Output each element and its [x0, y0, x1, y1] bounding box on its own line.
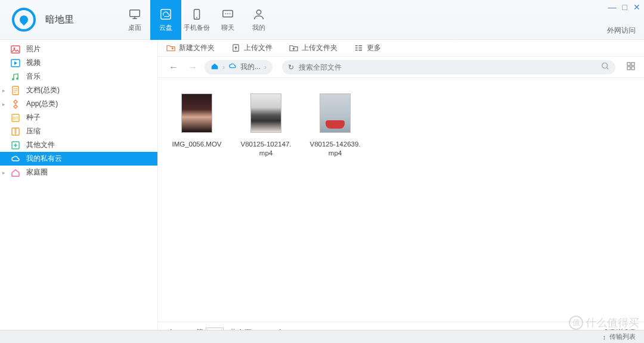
minimize-button[interactable]: — — [608, 2, 617, 12]
more-icon — [354, 43, 363, 52]
zip-icon — [11, 127, 20, 136]
transfer-icon: ↕ — [603, 333, 606, 341]
file-name: V80125-102147.mp4 — [240, 140, 292, 158]
svg-text:BT: BT — [13, 116, 18, 121]
upload-folder-button[interactable]: 上传文件夹 — [289, 43, 338, 53]
search-icon[interactable] — [601, 62, 609, 72]
sidebar-item-private-cloud[interactable]: 我的私有云 — [0, 152, 157, 166]
maximize-button[interactable]: □ — [623, 2, 627, 12]
expand-icon: ▸ — [2, 170, 5, 176]
sidebar-item-label: 视频 — [26, 58, 41, 68]
search-input[interactable] — [299, 63, 596, 71]
file-thumbnail — [181, 93, 212, 133]
expand-icon: ▸ — [2, 101, 5, 107]
sidebar-item-videos[interactable]: 视频 — [0, 56, 157, 70]
svg-point-3 — [196, 17, 197, 18]
close-button[interactable]: ✕ — [633, 2, 640, 12]
new-folder-icon — [166, 43, 175, 52]
sidebar-item-label: App(总类) — [26, 99, 58, 109]
sidebar-item-music[interactable]: 音乐 — [0, 70, 157, 83]
sidebar-item-label: 压缩 — [26, 126, 41, 136]
file-item[interactable]: IMG_0056.MOV — [171, 93, 222, 149]
breadcrumb-sep: › — [222, 63, 225, 71]
tab-cloud[interactable]: 云盘 — [150, 0, 181, 40]
sidebar-item-family[interactable]: ▸ 家庭圈 — [0, 166, 157, 179]
svg-rect-23 — [627, 67, 630, 70]
app-icon — [11, 99, 20, 109]
file-item[interactable]: V80125-102147.mp4 — [240, 93, 292, 158]
breadcrumb-sep: › — [264, 63, 267, 71]
svg-point-6 — [227, 13, 228, 14]
more-button[interactable]: 更多 — [354, 43, 381, 53]
cloud-lock-icon — [11, 154, 20, 164]
breadcrumb-current: 我的... — [240, 62, 261, 72]
svg-point-20 — [602, 63, 608, 68]
file-thumbnail — [320, 93, 351, 133]
svg-rect-22 — [631, 63, 634, 66]
app-title: 暗地里 — [45, 14, 74, 26]
view-toggle-button[interactable] — [626, 61, 636, 73]
file-name: IMG_0056.MOV — [171, 140, 222, 149]
chat-icon — [221, 8, 234, 21]
svg-rect-24 — [631, 67, 634, 70]
search-bar: ↻ — [282, 60, 615, 74]
seed-icon: BT — [11, 113, 20, 123]
sidebar-item-apps[interactable]: ▸ App(总类) — [0, 97, 157, 111]
file-thumbnail — [250, 93, 281, 133]
breadcrumb[interactable]: › 我的... › — [205, 60, 273, 74]
svg-point-5 — [225, 13, 226, 14]
sidebar-item-label: 种子 — [26, 113, 41, 123]
sidebar-item-label: 音乐 — [26, 71, 41, 82]
body-area: 照片 视频 音乐 ▸ 文档(总类) ▸ App(总类) BT 种子 压缩 — [0, 40, 644, 343]
music-icon — [11, 72, 20, 82]
top-tabs: 桌面 云盘 手机备份 聊天 我的 — [119, 0, 274, 39]
tab-my[interactable]: 我的 — [243, 0, 274, 40]
upload-file-icon — [231, 43, 240, 52]
file-grid: IMG_0056.MOV V80125-102147.mp4 V80125-14… — [158, 78, 644, 322]
phone-icon — [190, 8, 203, 21]
breadcrumb-cloud-icon — [228, 62, 237, 72]
new-folder-button[interactable]: 新建文件夹 — [166, 43, 215, 53]
refresh-icon[interactable]: ↻ — [288, 63, 294, 71]
expand-icon: ▸ — [2, 88, 5, 93]
sidebar-item-photos[interactable]: 照片 — [0, 42, 157, 56]
file-name: V80125-142639.mp4 — [309, 140, 361, 158]
svg-point-13 — [16, 77, 18, 80]
transfer-list-button[interactable]: 传输列表 — [609, 332, 636, 341]
logo-area: 暗地里 — [0, 8, 119, 32]
svg-point-7 — [230, 13, 231, 14]
svg-rect-9 — [11, 46, 20, 53]
sidebar-item-label: 家庭圈 — [26, 167, 48, 177]
app-header: 暗地里 桌面 云盘 手机备份 聊天 我的 — □ ✕ 外网访问 — [0, 0, 644, 40]
upload-file-button[interactable]: 上传文件 — [231, 43, 273, 53]
upload-folder-icon — [289, 43, 298, 52]
svg-point-12 — [12, 78, 14, 80]
nav-forward-button[interactable]: → — [185, 62, 200, 73]
sidebar-item-docs[interactable]: ▸ 文档(总类) — [0, 83, 157, 97]
tab-chat[interactable]: 聊天 — [212, 0, 243, 40]
sidebar-item-other[interactable]: 其他文件 — [0, 138, 157, 152]
other-icon — [11, 141, 20, 150]
svg-rect-0 — [130, 10, 140, 17]
file-item[interactable]: V80125-142639.mp4 — [309, 93, 361, 158]
sidebar-item-zip[interactable]: 压缩 — [0, 124, 157, 138]
status-bar: ↕ 传输列表 — [0, 330, 644, 343]
nav-row: ← → › 我的... › ↻ — [158, 57, 644, 78]
svg-point-8 — [256, 10, 261, 14]
sidebar-item-seeds[interactable]: BT 种子 — [0, 111, 157, 124]
main-panel: 新建文件夹 上传文件 上传文件夹 更多 ← → › 我的... — [158, 40, 644, 343]
sidebar: 照片 视频 音乐 ▸ 文档(总类) ▸ App(总类) BT 种子 压缩 — [0, 40, 158, 343]
monitor-icon — [128, 8, 141, 21]
external-access-link[interactable]: 外网访问 — [607, 26, 636, 36]
sidebar-item-label: 文档(总类) — [26, 85, 60, 95]
tab-desktop[interactable]: 桌面 — [119, 0, 150, 40]
app-logo-icon — [12, 8, 36, 32]
video-icon — [11, 58, 20, 68]
svg-rect-21 — [627, 63, 630, 66]
breadcrumb-home-icon — [210, 62, 219, 72]
doc-icon — [11, 86, 20, 95]
user-icon — [252, 8, 265, 21]
tab-phone-backup[interactable]: 手机备份 — [181, 0, 212, 40]
sidebar-item-label: 其他文件 — [26, 140, 55, 150]
nav-back-button[interactable]: ← — [166, 62, 181, 73]
